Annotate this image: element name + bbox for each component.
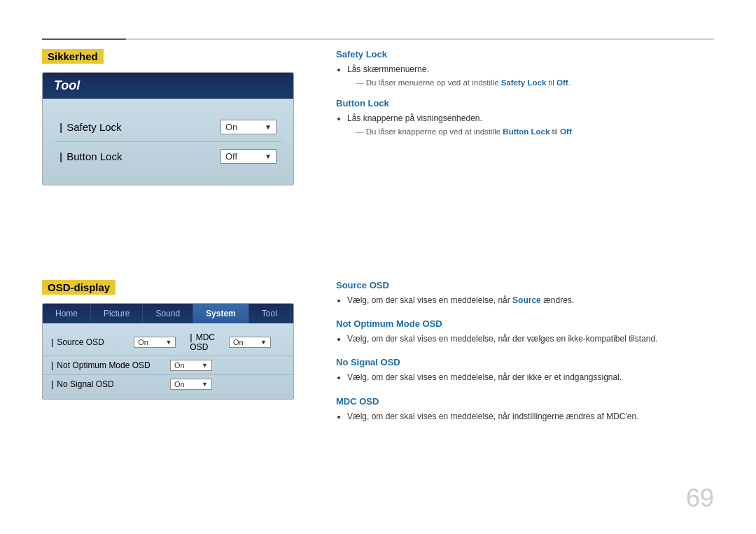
section-sikkerhed: Sikkerhed Tool Safety Lock On ▼ Button L… — [42, 49, 714, 185]
tool-box: Tool Safety Lock On ▼ Button Lock Off — [42, 72, 294, 185]
desc-mdc-osd-bullet-1: Vælg, om der skal vises en meddelelse, n… — [347, 410, 714, 423]
osd-tabs: Home Picture Sound System Tool — [43, 304, 293, 323]
desc-mdc-osd-bullets: Vælg, om der skal vises en meddelelse, n… — [336, 410, 714, 423]
mdc-osd-select[interactable]: On ▼ — [229, 337, 271, 348]
no-signal-arrow-icon: ▼ — [202, 381, 208, 388]
tab-picture[interactable]: Picture — [91, 304, 143, 323]
desc-safety-lock-title: Safety Lock — [336, 49, 714, 59]
desc-not-optimum-osd-bullets: Vælg, om der skal vises en meddelelse, n… — [336, 332, 714, 346]
desc-safety-lock-bullets: Lås skærmmenuerne. — [336, 63, 714, 76]
desc-button-lock-title: Button Lock — [336, 98, 714, 108]
tool-row-safety-lock: Safety Lock On ▼ — [54, 113, 282, 142]
mdc-osd-value: On — [233, 338, 260, 346]
desc-not-optimum-osd-bullet-1: Vælg, om der skal vises en meddelelse, n… — [347, 332, 714, 346]
no-signal-value: On — [174, 380, 202, 388]
no-signal-label: No Signal OSD — [51, 379, 170, 389]
button-lock-off-label: Off — [560, 127, 572, 136]
source-osd-select[interactable]: On ▼ — [134, 337, 176, 348]
desc-no-signal-osd-title: No Signal OSD — [336, 357, 714, 367]
desc-source-osd-bullets: Vælg, om der skal vises en meddelelse, n… — [336, 294, 714, 307]
right-panel-osd: Source OSD Vælg, om der skal vises en me… — [336, 280, 714, 435]
desc-source-osd-bullet-1: Vælg, om der skal vises en meddelelse, n… — [347, 294, 714, 307]
safety-lock-off-label: Off — [556, 78, 568, 87]
button-lock-label: Button Lock — [59, 150, 220, 162]
source-osd-value: On — [138, 338, 165, 346]
left-panel-osd: OSD-display Home Picture Sound System To… — [42, 280, 294, 435]
desc-safety-lock: Safety Lock Lås skærmmenuerne. Du låser … — [336, 49, 714, 87]
desc-button-lock-indent: Du låser knapperne op ved at indstille B… — [336, 127, 714, 136]
source-osd-label: Source OSD — [51, 337, 134, 347]
desc-not-optimum-osd-title: Not Optimum Mode OSD — [336, 318, 714, 329]
desc-safety-lock-bullet-1: Lås skærmmenuerne. — [347, 63, 714, 76]
button-lock-value: Off — [225, 151, 259, 162]
desc-mdc-osd-title: MDC OSD — [336, 396, 714, 407]
osd-row-no-signal: No Signal OSD On ▼ — [43, 375, 293, 393]
desc-source-osd: Source OSD Vælg, om der skal vises en me… — [336, 280, 714, 307]
desc-not-optimum-osd: Not Optimum Mode OSD Vælg, om der skal v… — [336, 318, 714, 346]
mdc-osd-label: MDC OSD — [190, 332, 229, 352]
desc-safety-lock-indent: Du låser menuerne op ved at indstille Sa… — [336, 78, 714, 87]
safety-lock-arrow-icon: ▼ — [265, 123, 272, 131]
desc-source-osd-title: Source OSD — [336, 280, 714, 290]
mdc-osd-arrow-icon: ▼ — [260, 339, 267, 346]
desc-mdc-osd: MDC OSD Vælg, om der skal vises en medde… — [336, 396, 714, 423]
section-title-osd-wrapper: OSD-display — [42, 280, 294, 303]
section-osd: OSD-display Home Picture Sound System To… — [42, 280, 714, 435]
page: Sikkerhed Tool Safety Lock On ▼ Button L… — [0, 0, 756, 534]
safety-lock-label: Safety Lock — [59, 121, 220, 133]
desc-no-signal-osd-bullet-1: Vælg, om der skal vises en meddelelse, n… — [347, 371, 714, 384]
tab-tool[interactable]: Tool — [249, 304, 290, 323]
safety-lock-select[interactable]: On ▼ — [220, 120, 276, 134]
desc-no-signal-osd-bullets: Vælg, om der skal vises en meddelelse, n… — [336, 371, 714, 384]
not-optimum-select[interactable]: On ▼ — [170, 360, 212, 371]
right-panel-sikkerhed: Safety Lock Lås skærmmenuerne. Du låser … — [336, 49, 714, 185]
section-title-sikkerhed: Sikkerhed — [42, 49, 294, 72]
osd-box: Home Picture Sound System Tool Source OS… — [42, 303, 294, 400]
safety-lock-value: On — [225, 122, 259, 132]
not-optimum-arrow-icon: ▼ — [202, 362, 208, 369]
desc-button-lock: Button Lock Lås knapperne på visningsenh… — [336, 98, 714, 136]
button-lock-select[interactable]: Off ▼ — [220, 149, 276, 164]
osd-row-not-optimum: Not Optimum Mode OSD On ▼ — [43, 356, 293, 375]
tool-box-title: Tool — [43, 73, 293, 99]
tab-sound[interactable]: Sound — [143, 304, 193, 323]
top-rule — [42, 38, 714, 40]
button-lock-arrow-icon: ▼ — [265, 153, 272, 160]
tab-home[interactable]: Home — [43, 304, 91, 323]
left-panel-sikkerhed: Sikkerhed Tool Safety Lock On ▼ Button L… — [42, 49, 294, 185]
button-lock-inline-label: Button Lock — [503, 127, 550, 136]
source-inline-label: Source — [512, 295, 541, 305]
tab-system[interactable]: System — [193, 304, 249, 323]
not-optimum-label: Not Optimum Mode OSD — [51, 360, 170, 370]
page-number: 69 — [686, 484, 714, 513]
desc-no-signal-osd: No Signal OSD Vælg, om der skal vises en… — [336, 357, 714, 384]
tool-box-body: Safety Lock On ▼ Button Lock Off ▼ — [43, 99, 293, 185]
safety-lock-inline-label: Safety Lock — [501, 78, 547, 87]
source-osd-arrow-icon: ▼ — [165, 339, 172, 346]
osd-body: Source OSD On ▼ MDC OSD On ▼ Not Optimum… — [43, 323, 293, 399]
osd-row-source: Source OSD On ▼ MDC OSD On ▼ — [43, 329, 293, 356]
not-optimum-value: On — [174, 361, 202, 370]
desc-button-lock-bullets: Lås knapperne på visningsenheden. — [336, 112, 714, 125]
tool-row-button-lock: Button Lock Off ▼ — [54, 142, 282, 171]
desc-button-lock-bullet-1: Lås knapperne på visningsenheden. — [347, 112, 714, 125]
no-signal-select[interactable]: On ▼ — [170, 379, 212, 390]
